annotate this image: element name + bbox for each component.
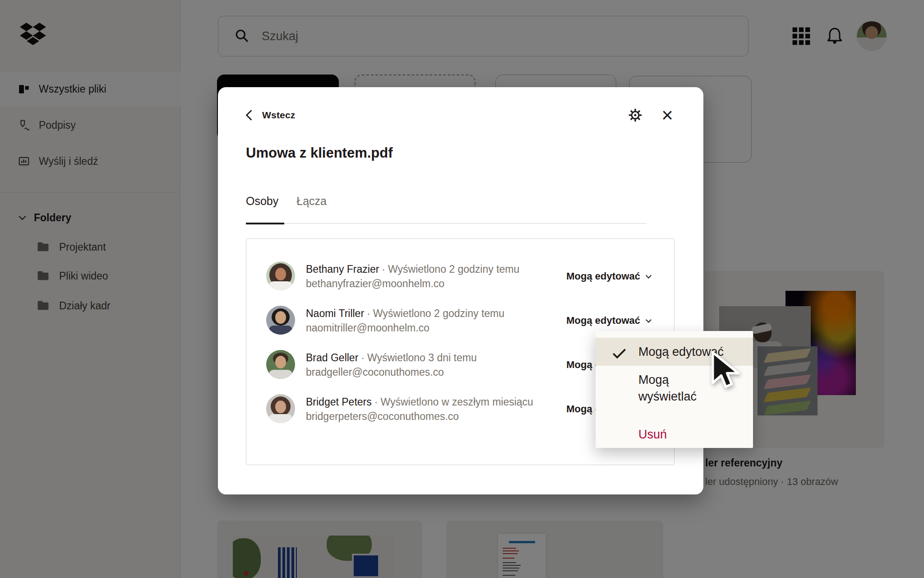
avatar <box>266 394 295 423</box>
person-text: Bridget Peters·Wyświetlono w zeszłym mie… <box>306 395 533 424</box>
person-text: Naomi Triller·Wyświetlono 2 godziny temu… <box>306 306 504 335</box>
modal-title: Umowa z klientem.pdf <box>246 145 393 161</box>
tabs: Osoby Łącza <box>246 195 327 208</box>
mouse-cursor <box>710 350 747 390</box>
tab-divider <box>246 223 647 224</box>
person-text: Bethany Frazier·Wyświetlono 2 godziny te… <box>306 262 519 291</box>
dropbox-app-window: Wszystkie pliki Podpisy <box>0 0 924 578</box>
person-name: Bridget Peters <box>306 396 372 408</box>
avatar <box>266 350 295 379</box>
chevron-down-icon <box>646 273 651 279</box>
tab-active-indicator <box>246 223 284 224</box>
chevron-down-icon <box>646 317 651 323</box>
avatar <box>266 261 295 290</box>
person-activity: Wyświetlono 2 godziny temu <box>373 308 504 319</box>
settings-button[interactable] <box>625 105 645 125</box>
person-email: naomitriller@moonhelm.co <box>306 321 504 335</box>
menu-item-label: Usuń <box>638 428 667 441</box>
separator: · <box>379 263 388 275</box>
permission-label: Mogą edytować <box>566 315 640 326</box>
tab-osoby[interactable]: Osoby <box>246 195 278 208</box>
person-name: Naomi Triller <box>306 308 364 319</box>
chevron-left-icon <box>244 109 254 121</box>
separator: · <box>372 396 381 408</box>
person-email: bradgeller@coconuthomes.co <box>306 365 477 379</box>
back-label: Wstecz <box>262 110 296 121</box>
person-email: bridgerpeters@coconuthomes.co <box>306 409 533 424</box>
person-activity: Wyświetlono w zeszłym miesiącu <box>380 396 533 408</box>
person-text: Brad Geller·Wyświetlono 3 dni temu bradg… <box>306 350 477 379</box>
avatar <box>266 306 295 335</box>
person-name: Brad Geller <box>306 352 358 364</box>
gear-icon <box>628 107 643 123</box>
separator: · <box>358 352 367 364</box>
person-email: bethanyfrazier@moonhelm.co <box>306 276 519 291</box>
person-activity: Wyświetlono 2 godziny temu <box>388 263 519 275</box>
person-name: Bethany Frazier <box>306 263 379 275</box>
permission-dropdown[interactable]: Mogą edytować <box>563 261 651 291</box>
checkmark-icon <box>612 348 627 359</box>
tab-lacza[interactable]: Łącza <box>296 195 327 208</box>
menu-item-remove[interactable]: Usuń <box>596 428 753 442</box>
back-button[interactable]: Wstecz <box>244 105 296 125</box>
person-row: Bethany Frazier·Wyświetlono 2 godziny te… <box>246 261 674 291</box>
menu-item-label: Mogą wyświetlać <box>638 372 720 405</box>
separator: · <box>364 308 373 319</box>
permission-label: Mogą edytować <box>566 270 640 282</box>
close-button[interactable]: × <box>656 104 678 126</box>
person-activity: Wyświetlono 3 dni temu <box>367 352 477 364</box>
